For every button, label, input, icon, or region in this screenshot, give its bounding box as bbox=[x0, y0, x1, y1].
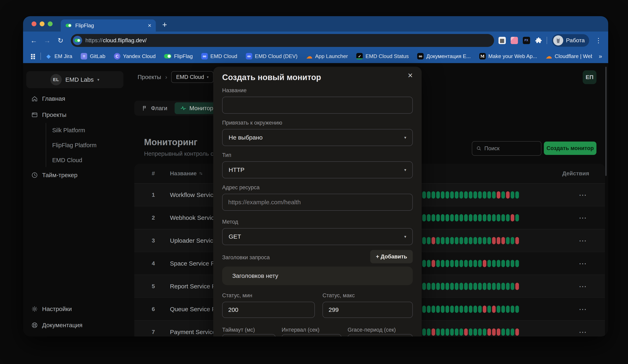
sidebar-item-docs[interactable]: Документация bbox=[31, 320, 82, 330]
grace-input[interactable] bbox=[348, 334, 412, 337]
name-field[interactable] bbox=[222, 97, 413, 114]
interval-field[interactable] bbox=[282, 334, 341, 337]
search-input[interactable]: Поиск bbox=[472, 141, 542, 156]
new-tab-button[interactable]: + bbox=[162, 21, 167, 29]
status-segment-up bbox=[501, 328, 505, 336]
sort-icon bbox=[199, 171, 203, 176]
apps-grid-icon[interactable] bbox=[30, 53, 36, 59]
status-segment-up bbox=[469, 237, 472, 244]
row-actions-icon[interactable]: ⋯ bbox=[579, 236, 587, 245]
sidebar-item-projects[interactable]: Проекты bbox=[31, 110, 66, 120]
back-icon[interactable]: ← bbox=[28, 37, 40, 45]
browser-tab[interactable]: FlipFlag × bbox=[61, 19, 156, 32]
url-host: cloud.flipflag.dev/ bbox=[103, 37, 147, 44]
search-icon bbox=[476, 146, 481, 151]
create-monitor-button[interactable]: Создать монитор bbox=[544, 142, 596, 155]
name-input[interactable] bbox=[223, 97, 412, 113]
status-segment-up bbox=[478, 283, 482, 290]
row-actions-icon[interactable]: ⋯ bbox=[579, 191, 587, 199]
qr-extension-icon[interactable]: ▦ bbox=[498, 37, 506, 44]
bookmark-item[interactable]: C Yandex Cloud bbox=[114, 53, 156, 60]
address-bar[interactable]: https:// cloud.flipflag.dev/ bbox=[71, 34, 494, 47]
address-input[interactable] bbox=[223, 194, 412, 210]
method-select[interactable]: GET▾ bbox=[222, 228, 413, 245]
window-close-button[interactable] bbox=[32, 21, 36, 26]
bookmark-item[interactable]: ◆ EM Jira bbox=[45, 53, 72, 60]
bookmark-item[interactable]: ≡ GitLab bbox=[81, 53, 105, 60]
scrollbar-thumb[interactable] bbox=[605, 67, 607, 176]
bookmark-item[interactable]: ☁ App Launcher bbox=[306, 53, 348, 60]
status-min-field[interactable] bbox=[222, 302, 315, 318]
medium-icon: M bbox=[479, 53, 486, 60]
row-actions-icon[interactable]: ⋯ bbox=[579, 213, 587, 222]
add-header-button[interactable]: + Добавить bbox=[370, 250, 413, 263]
tab-flags[interactable]: Флаги bbox=[136, 102, 173, 114]
grace-field[interactable] bbox=[348, 334, 413, 337]
sidebar-item-emd-cloud[interactable]: EMD Cloud bbox=[52, 156, 82, 165]
window-minimize-button[interactable] bbox=[40, 21, 45, 26]
sidebar-item-flipflag-platform[interactable]: FlipFlag Platform bbox=[52, 141, 96, 150]
row-actions-icon[interactable]: ⋯ bbox=[579, 259, 587, 268]
status-segment-down bbox=[497, 191, 500, 199]
tab-close-icon[interactable]: × bbox=[148, 22, 151, 28]
env-select[interactable]: Не выбрано▾ bbox=[222, 129, 413, 146]
monitor-name: Report Service F bbox=[170, 283, 216, 290]
browser-menu-icon[interactable]: ⋮ bbox=[594, 37, 603, 44]
reload-icon[interactable]: ↻ bbox=[55, 36, 66, 45]
status-segment-up bbox=[436, 328, 440, 336]
bookmark-item[interactable]: ∞ Документация Е... bbox=[417, 53, 471, 60]
close-icon[interactable]: × bbox=[408, 71, 413, 80]
sidebar-item-timetracker[interactable]: Тайм-трекер bbox=[31, 170, 78, 180]
sidebar-item-settings[interactable]: Настройки bbox=[31, 304, 72, 314]
column-name[interactable]: Название bbox=[170, 170, 203, 177]
address-field[interactable] bbox=[222, 194, 413, 211]
status-segment-up bbox=[501, 283, 505, 290]
project-selector[interactable]: EMD Cloud ▾ bbox=[171, 71, 214, 83]
toggle-icon bbox=[164, 54, 171, 59]
status-segment-up bbox=[436, 191, 440, 199]
status-segment-up bbox=[483, 237, 486, 244]
uptime-bars bbox=[408, 260, 519, 267]
breadcrumb-projects[interactable]: Проекты bbox=[138, 74, 161, 80]
status-max-field[interactable] bbox=[322, 302, 413, 318]
workspace-switcher[interactable]: EL EMD Labs ▾ bbox=[26, 71, 123, 88]
bookmark-item[interactable]: ∞ EMD Cloud bbox=[201, 53, 237, 60]
sidebar-item-home[interactable]: Главная bbox=[31, 94, 65, 104]
status-segment-up bbox=[422, 328, 426, 336]
bookmark-item[interactable]: ☁ Cloudflare | Web P... bbox=[546, 53, 592, 60]
row-actions-icon[interactable]: ⋯ bbox=[579, 282, 587, 291]
sidebar-item-silk-platform[interactable]: Silk Platform bbox=[52, 126, 85, 135]
bookmark-item[interactable]: ✓ EMD Cloud Status bbox=[356, 53, 409, 60]
url-scheme: https:// bbox=[85, 37, 102, 44]
pink-extension-icon[interactable] bbox=[511, 37, 518, 44]
status-segment-up bbox=[492, 191, 496, 199]
user-avatar[interactable]: ЕП bbox=[583, 70, 596, 84]
puzzle-extensions-icon[interactable] bbox=[535, 37, 542, 44]
bookmarks-overflow-icon[interactable]: » bbox=[597, 53, 602, 60]
profile-button[interactable]: Работа bbox=[552, 34, 589, 47]
px-extension-icon[interactable]: PX bbox=[523, 37, 530, 44]
toolbar-extensions: ▦ PX Работа ⋮ bbox=[498, 34, 603, 47]
status-max-input[interactable] bbox=[323, 302, 412, 317]
type-select[interactable]: HTTP▾ bbox=[222, 161, 413, 178]
status-segment-up bbox=[497, 214, 500, 221]
status-segment-down bbox=[464, 328, 468, 336]
row-actions-icon[interactable]: ⋯ bbox=[579, 305, 587, 314]
status-segment-up bbox=[515, 305, 519, 313]
status-segment-up bbox=[460, 237, 463, 244]
forward-icon[interactable]: → bbox=[41, 37, 53, 45]
row-actions-icon[interactable]: ⋯ bbox=[579, 328, 587, 337]
timeout-field[interactable] bbox=[222, 334, 276, 337]
timeout-input[interactable] bbox=[223, 334, 275, 337]
status-segment-up bbox=[511, 305, 514, 313]
window-zoom-button[interactable] bbox=[48, 21, 53, 26]
status-segment-down bbox=[515, 328, 519, 336]
bookmark-item[interactable]: FlipFlag bbox=[164, 53, 193, 60]
bookmark-item[interactable]: M Make your Web Ap... bbox=[479, 53, 537, 60]
interval-input[interactable] bbox=[282, 334, 341, 337]
status-segment-up bbox=[441, 283, 445, 290]
bookmark-item[interactable]: ∞ EMD Cloud (DEV) bbox=[246, 53, 298, 60]
status-segment-up bbox=[487, 283, 491, 290]
status-min-input[interactable] bbox=[223, 302, 314, 317]
status-segment-up bbox=[515, 260, 519, 267]
